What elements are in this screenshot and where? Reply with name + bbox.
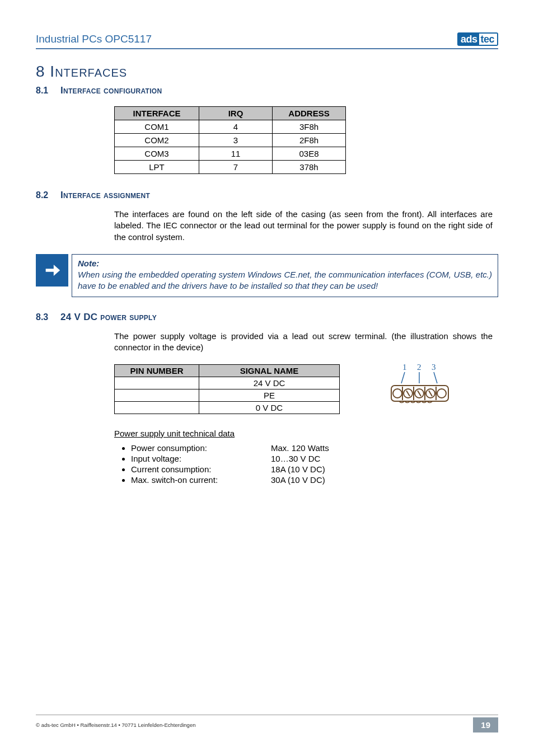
table-row: COM2 3 2F8h <box>115 134 346 147</box>
list-item: Current consumption:18A (10 V DC) <box>131 464 498 475</box>
svg-point-4 <box>393 389 402 398</box>
svg-line-0 <box>401 372 405 383</box>
td <box>115 377 199 389</box>
td: 7 <box>199 161 273 174</box>
td: COM1 <box>115 120 199 134</box>
pin-label-3: 3 <box>432 363 436 372</box>
td: 3F8h <box>273 120 346 134</box>
pin-table: PIN NUMBER SIGNAL NAME 24 V DC PE 0 V DC <box>114 364 340 414</box>
body-text: The interfaces are found on the left sid… <box>114 209 493 243</box>
table-row: PE <box>115 389 340 402</box>
table-row: INTERFACE IRQ ADDRESS <box>115 107 346 120</box>
brand-logo: ads tec <box>457 32 498 46</box>
footer-copyright: © ads-tec GmbH • Raiffeisenstr.14 • 7077… <box>36 722 195 728</box>
td: 0 V DC <box>199 402 340 414</box>
doc-title: Industrial PCs OPC5117 <box>36 33 152 45</box>
table-row: COM3 11 03E8 <box>115 147 346 161</box>
svg-line-2 <box>434 372 437 383</box>
body-text: The power supply voltage is provided via… <box>114 331 493 354</box>
sub-title: 24 V DC power supply <box>60 312 157 323</box>
section-heading: 8 Interfaces <box>36 63 498 81</box>
psu-heading: Power supply unit technical data <box>114 429 498 438</box>
td: 4 <box>199 120 273 134</box>
svg-line-13 <box>429 391 432 396</box>
svg-line-7 <box>406 391 410 396</box>
td: 24 V DC <box>199 377 340 389</box>
td <box>115 402 199 414</box>
psu-label: Current consumption: <box>131 464 271 474</box>
subsection-8-3: 8.3 24 V DC power supply <box>36 312 498 323</box>
list-item: Max. switch-on current:30A (10 V DC) <box>131 475 498 485</box>
td: LPT <box>115 161 199 174</box>
psu-val: 30A (10 V DC) <box>271 475 325 485</box>
list-item: Input voltage:10…30 V DC <box>131 453 498 464</box>
table-row: COM1 4 3F8h <box>115 120 346 134</box>
section-title: Interfaces <box>50 63 127 80</box>
psu-val: 10…30 V DC <box>271 454 320 463</box>
psu-label: Power consumption: <box>131 443 271 453</box>
pin-label-2: 2 <box>417 363 421 372</box>
page-number: 19 <box>473 717 498 732</box>
table-row: 0 V DC <box>115 402 340 414</box>
table-row: PIN NUMBER SIGNAL NAME <box>115 365 340 377</box>
sub-num: 8.3 <box>36 312 60 322</box>
psu-label: Input voltage: <box>131 454 271 463</box>
td: PE <box>199 389 340 402</box>
th: INTERFACE <box>115 107 199 120</box>
th: IRQ <box>199 107 273 120</box>
table-row: 24 V DC <box>115 377 340 389</box>
sub-num: 8.2 <box>36 190 60 200</box>
connector-icon: 1 2 3 <box>390 362 452 407</box>
svg-point-15 <box>437 389 446 398</box>
logo-left: ads <box>457 32 480 46</box>
sub-title: Interface assignment <box>60 190 150 201</box>
th: PIN NUMBER <box>115 365 199 377</box>
td: 2F8h <box>273 134 346 147</box>
table-row: LPT 7 378h <box>115 161 346 174</box>
th: ADDRESS <box>273 107 346 120</box>
header-bar: Industrial PCs OPC5117 ads tec <box>36 32 498 49</box>
td: 03E8 <box>273 147 346 161</box>
logo-right: tec <box>479 32 498 46</box>
td: COM3 <box>115 147 199 161</box>
pin-row: PIN NUMBER SIGNAL NAME 24 V DC PE 0 V DC… <box>114 364 498 414</box>
sub-num: 8.1 <box>36 86 60 96</box>
list-item: Power consumption:Max. 120 Watts <box>131 443 498 453</box>
pin-label-1: 1 <box>402 363 407 372</box>
td <box>115 389 199 402</box>
psu-label: Max. switch-on current: <box>131 475 271 485</box>
arrow-right-icon <box>36 254 68 287</box>
td: 378h <box>273 161 346 174</box>
section-num: 8 <box>36 63 45 80</box>
note-block: Note: When using the embedded operating … <box>36 254 498 297</box>
note-head: Note: <box>78 259 99 268</box>
interface-table: INTERFACE IRQ ADDRESS COM1 4 3F8h COM2 3… <box>114 106 346 174</box>
subsection-8-2: 8.2 Interface assignment <box>36 190 498 201</box>
psu-list: Power consumption:Max. 120 Watts Input v… <box>131 443 498 485</box>
psu-val: 18A (10 V DC) <box>271 464 325 474</box>
footer: © ads-tec GmbH • Raiffeisenstr.14 • 7077… <box>36 715 498 732</box>
subsection-8-1: 8.1 Interface configuration <box>36 85 498 96</box>
td: COM2 <box>115 134 199 147</box>
sub-title: Interface configuration <box>60 85 162 96</box>
svg-line-10 <box>418 391 421 396</box>
note-body: When using the embedded operating system… <box>78 270 492 290</box>
th: SIGNAL NAME <box>199 365 340 377</box>
note-box: Note: When using the embedded operating … <box>72 254 498 297</box>
psu-val: Max. 120 Watts <box>271 443 329 453</box>
td: 3 <box>199 134 273 147</box>
td: 11 <box>199 147 273 161</box>
